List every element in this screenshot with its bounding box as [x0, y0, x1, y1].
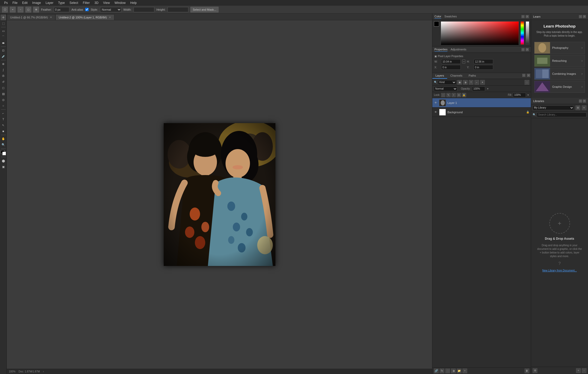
menu-edit[interactable]: Edit	[20, 1, 30, 5]
menu-image[interactable]: Image	[30, 1, 43, 5]
alpha-slider[interactable]	[526, 21, 529, 45]
layers-panel-close[interactable]: ✕	[527, 74, 530, 77]
blend-mode-select[interactable]: Normal	[434, 86, 457, 91]
height-input[interactable]	[168, 7, 188, 12]
select-mask-button[interactable]: Select and Mask...	[190, 7, 219, 12]
tutorial-photography[interactable]: Photography ›	[534, 42, 585, 54]
properties-close[interactable]: ✕	[526, 48, 529, 51]
library-list-view[interactable]: ≡	[582, 105, 586, 110]
layer-filter-adjust[interactable]: ◑	[463, 80, 468, 85]
width-field[interactable]	[441, 59, 461, 64]
library-settings[interactable]: ⚙	[533, 368, 537, 373]
library-grid-view[interactable]: ⊞	[576, 105, 580, 110]
menu-select[interactable]: Select	[67, 1, 80, 5]
tab-close-1[interactable]: ✕	[50, 16, 52, 19]
lasso-tool[interactable]: ⌒	[1, 34, 6, 40]
quick-mask-tool[interactable]: ⬤	[1, 158, 6, 164]
move-tool[interactable]: ✛	[1, 15, 6, 20]
color-panel-close[interactable]: ✕	[526, 15, 529, 18]
library-import-btn[interactable]: ↑	[582, 368, 586, 373]
menu-view[interactable]: View	[101, 1, 112, 5]
library-selector[interactable]: My Library	[533, 105, 574, 110]
fill-arrow[interactable]: ▼	[527, 94, 529, 96]
new-layer-btn[interactable]: +	[463, 369, 467, 373]
shape-tool[interactable]: ■	[1, 128, 6, 134]
zoom-tool[interactable]: 🔍	[1, 142, 6, 148]
quick-select-tool[interactable]: ⬬	[1, 40, 6, 46]
marquee-tool[interactable]: ▭	[1, 28, 6, 34]
anti-alias-checkbox[interactable]	[85, 8, 89, 11]
swatches-tab[interactable]: Swatches	[444, 14, 457, 19]
color-tab[interactable]: Color	[434, 14, 441, 19]
healing-tool[interactable]: ⊕	[1, 61, 6, 67]
tab-close-2[interactable]: ✕	[109, 16, 111, 19]
group-layer-btn[interactable]: 📁	[457, 369, 461, 373]
color-gradient-picker[interactable]	[441, 21, 519, 45]
channels-tab[interactable]: Channels	[447, 73, 465, 79]
tab-untitled-2[interactable]: Untitled-2 @ 100% (Layer 1, RGB/8#) ✕	[55, 14, 114, 20]
menu-window[interactable]: Window	[113, 1, 128, 5]
lock-image[interactable]: ✎	[446, 93, 451, 97]
fg-color-swatch[interactable]	[434, 21, 439, 26]
link-icon[interactable]: ∞	[462, 59, 465, 64]
color-panel-collapse[interactable]: −	[521, 15, 525, 18]
menu-help[interactable]: Help	[128, 1, 139, 5]
opacity-arrow[interactable]: ▼	[487, 88, 489, 90]
layers-tab[interactable]: Layers	[432, 73, 447, 79]
library-add-btn[interactable]: +	[576, 368, 581, 373]
properties-collapse[interactable]: −	[521, 48, 525, 51]
background-color[interactable]	[2, 152, 6, 155]
learn-panel-close[interactable]: ✕	[583, 15, 586, 18]
x-field[interactable]	[441, 65, 461, 70]
tutorial-retouching[interactable]: Retouching ›	[534, 55, 585, 67]
library-search-input[interactable]	[537, 112, 586, 117]
menu-file[interactable]: File	[10, 1, 19, 5]
pen-tool[interactable]: ⌐	[1, 110, 6, 116]
lock-all[interactable]: 🔒	[462, 93, 466, 97]
layer-item-layer1[interactable]: 👁 Layer 1	[432, 98, 531, 108]
color-swatch[interactable]	[1, 150, 6, 155]
new-library-link[interactable]: New Library from Document...	[542, 269, 577, 272]
tab-untitled-1[interactable]: Untitled-1 @ 66.7% (RGB/8#) ✕	[7, 14, 55, 20]
brush-tool[interactable]: ∫	[1, 67, 6, 73]
libraries-close[interactable]: ✕	[583, 99, 586, 103]
layer-filter-text[interactable]: T	[469, 80, 473, 85]
learn-panel-collapse[interactable]: −	[579, 15, 582, 18]
layer-filter-select[interactable]: Kind	[438, 80, 456, 85]
feather-input[interactable]	[54, 7, 69, 12]
menu-ps[interactable]: Ps	[2, 1, 10, 5]
lock-artboard[interactable]: ⊡	[457, 93, 461, 97]
style-select[interactable]: Normal Fixed Ratio Fixed Size	[100, 7, 121, 12]
blur-tool[interactable]: ◎	[1, 97, 6, 103]
clone-tool[interactable]: ✇	[1, 73, 6, 79]
layers-panel-collapse[interactable]: −	[522, 74, 525, 77]
hue-slider[interactable]	[520, 21, 524, 45]
status-arrow[interactable]: ›	[43, 370, 44, 373]
tutorial-graphic-design[interactable]: Graphic Design ›	[534, 81, 585, 93]
menu-type[interactable]: Type	[56, 1, 67, 5]
menu-3d[interactable]: 3D	[92, 1, 100, 5]
layer-filter-smart[interactable]: ✦	[480, 80, 485, 85]
text-tool[interactable]: T	[1, 116, 6, 122]
crop-tool[interactable]: ⊡	[1, 48, 6, 53]
artboard-tool[interactable]: ⬚	[1, 21, 6, 26]
history-brush-tool[interactable]: ↺	[1, 79, 6, 85]
layer-mask-btn[interactable]: ⬚	[445, 369, 450, 373]
eraser-tool[interactable]: ◻	[1, 85, 6, 91]
help-icon[interactable]: ?	[558, 261, 561, 266]
layer-filter-toggle[interactable]: ◌	[525, 80, 529, 85]
hand-tool[interactable]: ✋	[1, 136, 6, 142]
path-select-tool[interactable]: ↖	[1, 122, 6, 128]
layer-style-btn[interactable]: fx	[440, 369, 444, 373]
gradient-tool[interactable]: ▤	[1, 91, 6, 97]
eyedropper-tool[interactable]: 💉	[1, 54, 6, 59]
delete-layer-btn[interactable]: 🗑	[525, 369, 529, 373]
layer-filter-vector[interactable]: ⌐	[474, 80, 479, 85]
adjustment-layer-btn[interactable]: ◑	[451, 369, 456, 373]
opacity-input[interactable]	[472, 86, 485, 91]
fill-input[interactable]	[513, 93, 526, 97]
libraries-collapse[interactable]: −	[579, 99, 582, 103]
lock-position[interactable]: +	[452, 93, 456, 97]
screen-mode-tool[interactable]: ▣	[1, 164, 6, 170]
background-visibility-toggle[interactable]: 👁	[434, 110, 438, 114]
